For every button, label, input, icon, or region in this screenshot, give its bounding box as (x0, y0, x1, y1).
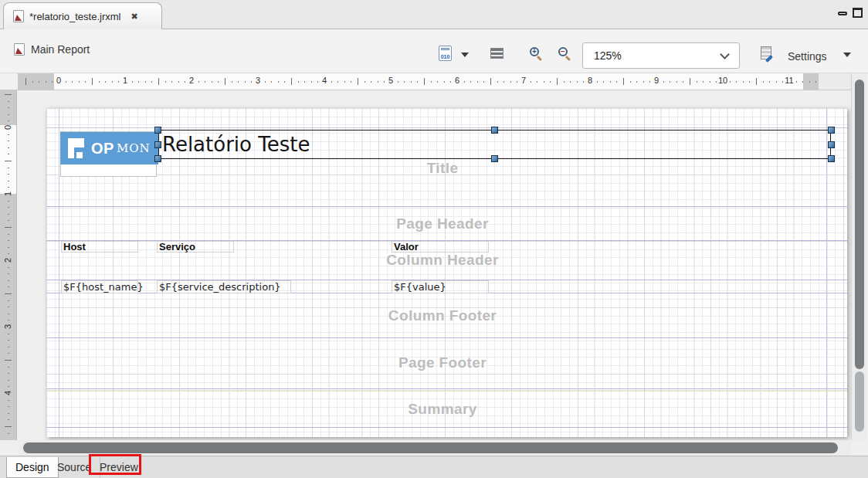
editor-tab-relatorio-teste[interactable]: *relatorio_teste.jrxml (3, 2, 162, 29)
band-label-page-header: Page Header (59, 215, 826, 232)
selection-handle-top-right[interactable] (828, 127, 835, 134)
zoom-level-combobox[interactable]: 125% (582, 42, 740, 69)
ruler-tick (8, 406, 9, 407)
minimize-icon[interactable] (838, 12, 847, 15)
ruler-tick (796, 81, 797, 83)
ruler-tick (8, 367, 9, 368)
report-file-icon (13, 10, 24, 22)
h-ruler-label-10: 10 (718, 76, 727, 85)
ruler-tick (5, 360, 12, 361)
ruler-tick (697, 81, 697, 83)
settings-button[interactable]: Settings (788, 50, 827, 63)
ruler-tick (8, 334, 9, 334)
vertical-scrollbar-thumb[interactable] (855, 80, 864, 369)
ruler-tick (809, 81, 810, 83)
ruler-tick (583, 81, 584, 83)
zoom-in-icon[interactable]: + (530, 47, 544, 61)
ruler-tick (232, 81, 232, 83)
ruler-tick (311, 81, 312, 83)
ruler-tick (225, 78, 225, 85)
ruler-tick (8, 273, 9, 274)
ruler-tick (736, 81, 737, 83)
logo-text-mon: MON (117, 141, 151, 155)
column-header-host[interactable]: Host (61, 241, 138, 253)
report-page[interactable]: Title Page Header Column Header Column F… (46, 108, 847, 437)
ruler-tick (5, 293, 12, 294)
ruler-tick (8, 174, 9, 175)
settings-dropdown-caret-icon[interactable] (843, 53, 851, 57)
ruler-tick (238, 81, 239, 83)
logo-glyph-dot (76, 152, 83, 158)
ruler-tick (8, 353, 9, 354)
horizontal-scrollbar-thumb[interactable] (23, 442, 838, 453)
ruler-tick (171, 81, 172, 83)
main-report-selector[interactable]: Main Report (14, 43, 90, 56)
tab-preview[interactable]: Preview (91, 457, 147, 478)
ruler-tick (8, 141, 9, 141)
selection-handle-bottom-left[interactable] (154, 155, 161, 162)
datasource-dropdown-caret-icon[interactable] (461, 53, 469, 57)
summary-band-divider[interactable] (46, 427, 847, 428)
dataset-icon[interactable] (490, 48, 504, 59)
ruler-tick (404, 81, 405, 83)
selection-handle-top-left[interactable] (154, 127, 161, 134)
selection-handle-bottom-mid[interactable] (491, 155, 498, 162)
horizontal-scrollbar[interactable] (19, 440, 851, 456)
report-settings-icon[interactable] (761, 46, 771, 59)
ruler-tick (79, 81, 80, 83)
ruler-tick (265, 81, 266, 83)
title-band-divider[interactable] (46, 206, 847, 207)
ruler-tick (8, 267, 9, 268)
detail-field-value[interactable]: $F{value} (392, 280, 489, 293)
column-header-valor[interactable]: Valor (392, 241, 489, 253)
ruler-tick (815, 81, 816, 83)
ruler-tick (8, 220, 9, 221)
ruler-tick (431, 81, 432, 83)
ruler-tick (8, 280, 9, 281)
datasource-icon[interactable]: 010 (439, 46, 452, 61)
close-icon[interactable] (131, 11, 138, 22)
zoom-out-icon[interactable]: − (558, 47, 572, 61)
selection-handle-top-mid[interactable] (491, 127, 498, 134)
opmon-logo-icon (68, 137, 87, 159)
column-footer-band-divider[interactable] (46, 337, 847, 338)
ruler-tick (46, 81, 46, 83)
opmon-logo[interactable]: OP MON (60, 132, 158, 164)
ruler-tick (703, 81, 704, 83)
maximize-icon[interactable] (853, 8, 863, 18)
h-ruler-label-6: 6 (455, 76, 459, 85)
jaspersoft-studio-window: *relatorio_teste.jrxml Main Report 010 +… (0, 0, 868, 478)
design-canvas[interactable]: Title Page Header Column Header Column F… (19, 90, 851, 440)
ruler-tick (291, 78, 292, 85)
ruler-tick (158, 78, 159, 85)
v-ruler-label-3: 3 (3, 324, 12, 329)
ruler-tick (218, 81, 219, 83)
logo-glyph-bar-side (68, 138, 74, 158)
ruler-tick (371, 81, 371, 83)
ruler-tick (763, 81, 764, 83)
vertical-ruler: 01234 (0, 90, 17, 440)
ruler-tick (450, 81, 451, 83)
ruler-tick (776, 81, 777, 83)
ruler-tick (66, 81, 66, 83)
page-footer-band-divider[interactable] (46, 388, 847, 389)
vertical-scrollbar[interactable] (851, 73, 866, 440)
ruler-tick (490, 78, 491, 85)
ruler-tick (477, 81, 478, 83)
ruler-tick (5, 94, 12, 95)
editor-mode-tabbar: Design Source Preview (0, 456, 868, 478)
ruler-tick (603, 81, 604, 83)
selection-handle-mid-left[interactable] (154, 141, 161, 148)
column-header-servico[interactable]: Serviço (157, 241, 234, 253)
selection-handle-bottom-right[interactable] (828, 155, 835, 162)
ruler-tick (304, 81, 305, 83)
detail-field-host-name[interactable]: $F{host_name} (61, 280, 138, 293)
selection-handle-mid-right[interactable] (828, 141, 835, 148)
ruler-tick (610, 81, 611, 83)
ruler-tick (112, 81, 113, 83)
detail-field-service-description[interactable]: $F{service_description} (157, 280, 291, 293)
pencil-icon (765, 55, 773, 63)
ruler-tick (636, 81, 637, 83)
vertical-scrollbar-thumb-secondary[interactable] (855, 371, 864, 432)
ruler-tick (643, 81, 644, 83)
